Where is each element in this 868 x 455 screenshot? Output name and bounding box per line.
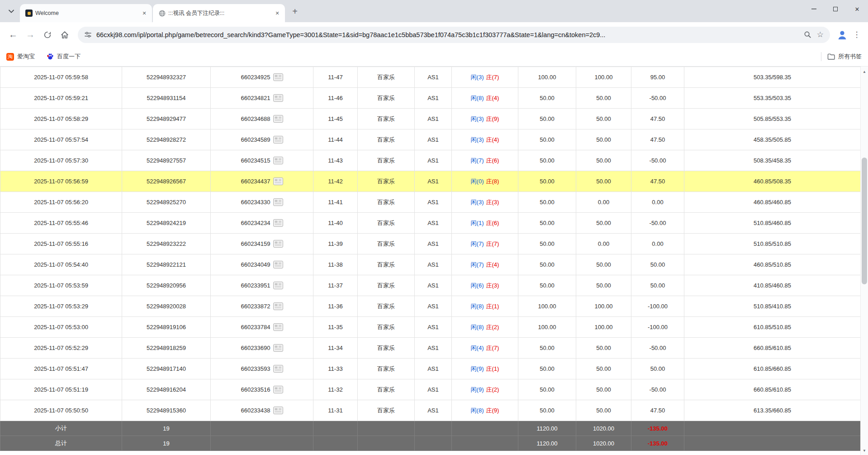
tab-close-icon[interactable]: ✕: [273, 9, 281, 17]
banker-result-link[interactable]: 庄(6): [486, 219, 499, 227]
cell-bet-amount[interactable]: 50.00: [518, 109, 576, 129]
minimize-button[interactable]: [803, 0, 825, 18]
banker-result-link[interactable]: 庄(7): [486, 344, 499, 352]
tab-close-icon[interactable]: ✕: [140, 9, 148, 17]
banker-result-link[interactable]: 庄(8): [486, 177, 499, 186]
result-snapshot-icon[interactable]: [273, 386, 283, 393]
banker-result-link[interactable]: 庄(3): [486, 282, 499, 290]
player-result-link[interactable]: 闲(3): [471, 73, 484, 81]
bet-record-row[interactable]: 2025-11-07 05:57:54 522948928272 6602345…: [0, 129, 861, 150]
tab-betrecord[interactable]: :::视讯 会员下注纪录::: ✕: [153, 4, 285, 22]
player-result-link[interactable]: 闲(4): [471, 344, 484, 352]
player-result-link[interactable]: 闲(9): [471, 365, 484, 373]
player-result-link[interactable]: 闲(9): [471, 386, 484, 394]
result-snapshot-icon[interactable]: [273, 344, 283, 352]
result-snapshot-icon[interactable]: [273, 73, 283, 81]
bet-record-row[interactable]: 2025-11-07 05:51:19 522948916204 6602335…: [0, 379, 861, 400]
bookmark-taobao[interactable]: 淘 爱淘宝: [6, 53, 35, 61]
banker-result-link[interactable]: 庄(4): [486, 261, 499, 269]
bet-record-row[interactable]: 2025-11-07 05:52:29 522948918259 6602336…: [0, 338, 861, 359]
cell-bet-amount[interactable]: 50.00: [518, 88, 576, 109]
result-snapshot-icon[interactable]: [273, 282, 283, 289]
scrollbar-up-arrow[interactable]: ▲: [861, 68, 868, 75]
cell-bet-amount[interactable]: 50.00: [518, 192, 576, 213]
bet-record-row[interactable]: 2025-11-07 05:53:59 522948920956 6602339…: [0, 275, 861, 296]
banker-result-link[interactable]: 庄(2): [486, 386, 499, 394]
cell-bet-amount[interactable]: 50.00: [518, 338, 576, 359]
player-result-link[interactable]: 闲(1): [471, 219, 484, 227]
scrollbar-thumb[interactable]: [862, 158, 867, 284]
banker-result-link[interactable]: 庄(7): [486, 73, 499, 81]
player-result-link[interactable]: 闲(6): [471, 282, 484, 290]
banker-result-link[interactable]: 庄(4): [486, 94, 499, 102]
bet-record-row[interactable]: 2025-11-07 05:58:29 522948929477 6602346…: [0, 109, 861, 129]
result-snapshot-icon[interactable]: [273, 198, 283, 206]
bet-record-row[interactable]: 2025-11-07 05:55:16 522948923222 6602341…: [0, 234, 861, 254]
player-result-link[interactable]: 闲(8): [471, 407, 484, 415]
player-result-link[interactable]: 闲(8): [471, 94, 484, 102]
reload-button[interactable]: [39, 26, 56, 43]
player-result-link[interactable]: 闲(0): [471, 177, 484, 186]
bet-record-row[interactable]: 2025-11-07 05:53:00 522948919106 6602337…: [0, 317, 861, 338]
result-snapshot-icon[interactable]: [273, 240, 283, 248]
bet-record-row[interactable]: 2025-11-07 05:56:59 522948926567 6602344…: [0, 171, 861, 192]
forward-button[interactable]: →: [22, 26, 39, 43]
result-snapshot-icon[interactable]: [273, 261, 283, 268]
result-snapshot-icon[interactable]: [273, 94, 283, 102]
cell-bet-amount[interactable]: 50.00: [518, 129, 576, 150]
cell-bet-amount[interactable]: 50.00: [518, 359, 576, 379]
bet-record-row[interactable]: 2025-11-07 05:50:50 522948915360 6602334…: [0, 400, 861, 421]
banker-result-link[interactable]: 庄(9): [486, 407, 499, 415]
player-result-link[interactable]: 闲(8): [471, 302, 484, 311]
bet-record-row[interactable]: 2025-11-07 05:59:21 522948931154 6602348…: [0, 88, 861, 109]
result-snapshot-icon[interactable]: [273, 302, 283, 310]
cell-bet-amount[interactable]: 100.00: [518, 317, 576, 338]
zoom-icon[interactable]: [804, 31, 811, 38]
player-result-link[interactable]: 闲(8): [471, 323, 484, 331]
result-snapshot-icon[interactable]: [273, 407, 283, 414]
new-tab-button[interactable]: +: [289, 5, 301, 18]
cell-bet-amount[interactable]: 50.00: [518, 400, 576, 421]
bookmark-baidu[interactable]: 百度一下: [47, 53, 81, 61]
bet-record-row[interactable]: 2025-11-07 05:57:30 522948927557 6602345…: [0, 150, 861, 171]
banker-result-link[interactable]: 庄(7): [486, 240, 499, 248]
tab-welcome[interactable]: Welcome ✕: [20, 4, 152, 22]
site-info-icon[interactable]: [84, 31, 92, 38]
cell-bet-amount[interactable]: 50.00: [518, 150, 576, 171]
bet-record-row[interactable]: 2025-11-07 05:55:46 522948924219 6602342…: [0, 213, 861, 234]
bet-record-row[interactable]: 2025-11-07 05:53:29 522948920028 6602338…: [0, 296, 861, 317]
address-bar[interactable]: 66cxkj98.com/ipl/portal.php/game/betreco…: [78, 27, 830, 43]
cell-bet-amount[interactable]: 50.00: [518, 275, 576, 296]
banker-result-link[interactable]: 庄(4): [486, 136, 499, 144]
cell-bet-amount[interactable]: 100.00: [518, 296, 576, 317]
all-bookmarks-button[interactable]: 所有书签: [827, 53, 862, 61]
bet-record-row[interactable]: 2025-11-07 05:54:40 522948922121 6602340…: [0, 254, 861, 275]
cell-bet-amount[interactable]: 50.00: [518, 234, 576, 254]
banker-result-link[interactable]: 庄(9): [486, 115, 499, 123]
tab-search-chevron-icon[interactable]: [5, 5, 18, 18]
player-result-link[interactable]: 闲(3): [471, 115, 484, 123]
cell-bet-amount[interactable]: 100.00: [518, 67, 576, 88]
scrollbar-down-arrow[interactable]: ▼: [861, 447, 868, 454]
result-snapshot-icon[interactable]: [273, 136, 283, 144]
url-text[interactable]: 66cxkj98.com/ipl/portal.php/game/betreco…: [96, 31, 799, 38]
result-snapshot-icon[interactable]: [273, 177, 283, 185]
bet-record-row[interactable]: 2025-11-07 05:59:58 522948932327 6602349…: [0, 67, 861, 88]
banker-result-link[interactable]: 庄(1): [486, 302, 499, 311]
banker-result-link[interactable]: 庄(3): [486, 198, 499, 206]
player-result-link[interactable]: 闲(3): [471, 198, 484, 206]
cell-bet-amount[interactable]: 50.00: [518, 379, 576, 400]
profile-avatar[interactable]: [835, 27, 850, 43]
back-button[interactable]: ←: [5, 26, 22, 43]
banker-result-link[interactable]: 庄(6): [486, 157, 499, 165]
home-button[interactable]: [56, 26, 73, 43]
cell-bet-amount[interactable]: 50.00: [518, 254, 576, 275]
bookmark-star-icon[interactable]: ☆: [817, 30, 824, 39]
result-snapshot-icon[interactable]: [273, 115, 283, 123]
banker-result-link[interactable]: 庄(1): [486, 365, 499, 373]
maximize-button[interactable]: [825, 0, 846, 18]
vertical-scrollbar[interactable]: ▲ ▼: [860, 67, 868, 455]
cell-bet-amount[interactable]: 50.00: [518, 213, 576, 234]
result-snapshot-icon[interactable]: [273, 365, 283, 373]
player-result-link[interactable]: 闲(7): [471, 261, 484, 269]
